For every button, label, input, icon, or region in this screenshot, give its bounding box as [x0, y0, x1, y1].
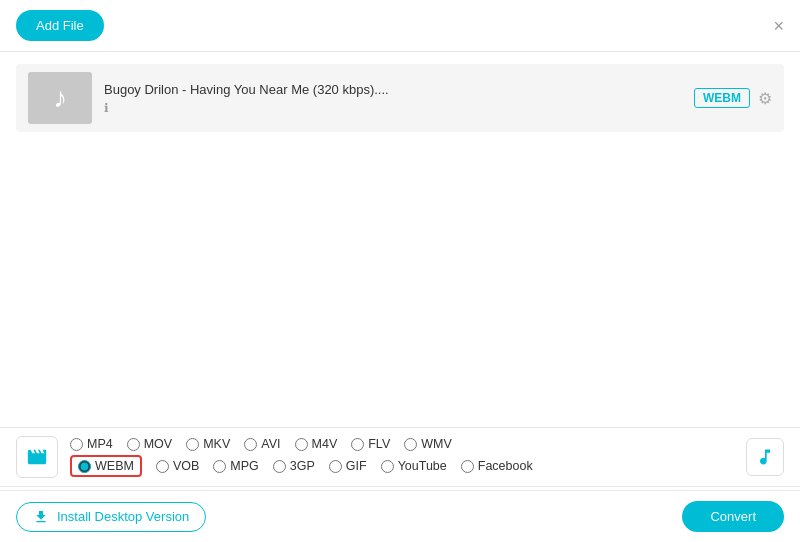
label-webm: WEBM [95, 459, 134, 473]
label-mpg: MPG [230, 459, 258, 473]
radio-mkv[interactable] [186, 438, 199, 451]
radio-3gp[interactable] [273, 460, 286, 473]
label-mp4: MP4 [87, 437, 113, 451]
file-thumbnail: ♪ [28, 72, 92, 124]
format-vob[interactable]: VOB [156, 459, 199, 473]
format-youtube[interactable]: YouTube [381, 459, 447, 473]
format-3gp[interactable]: 3GP [273, 459, 315, 473]
file-list: ♪ Bugoy Drilon - Having You Near Me (320… [0, 52, 800, 144]
format-mov[interactable]: MOV [127, 437, 172, 451]
file-name: Bugoy Drilon - Having You Near Me (320 k… [104, 82, 682, 97]
convert-button[interactable]: Convert [682, 501, 784, 532]
radio-vob[interactable] [156, 460, 169, 473]
file-item: ♪ Bugoy Drilon - Having You Near Me (320… [16, 64, 784, 132]
format-row-2: WEBM VOB MPG 3GP GIF YouTube [70, 455, 738, 477]
label-mkv: MKV [203, 437, 230, 451]
file-meta: ℹ [104, 101, 682, 115]
audio-format-icon-button[interactable] [746, 438, 784, 476]
format-flv[interactable]: FLV [351, 437, 390, 451]
top-bar: Add File × [0, 0, 800, 52]
settings-icon[interactable]: ⚙ [758, 89, 772, 108]
label-flv: FLV [368, 437, 390, 451]
radio-mov[interactable] [127, 438, 140, 451]
format-gif[interactable]: GIF [329, 459, 367, 473]
radio-mpg[interactable] [213, 460, 226, 473]
format-wmv[interactable]: WMV [404, 437, 452, 451]
video-format-icon-button[interactable] [16, 436, 58, 478]
download-icon [33, 509, 49, 525]
format-mp4[interactable]: MP4 [70, 437, 113, 451]
format-avi[interactable]: AVI [244, 437, 280, 451]
label-wmv: WMV [421, 437, 452, 451]
install-desktop-button[interactable]: Install Desktop Version [16, 502, 206, 532]
format-mpg[interactable]: MPG [213, 459, 258, 473]
radio-webm[interactable] [78, 460, 91, 473]
format-mkv[interactable]: MKV [186, 437, 230, 451]
webm-selected-box: WEBM [70, 455, 142, 477]
label-facebook: Facebook [478, 459, 533, 473]
file-info: Bugoy Drilon - Having You Near Me (320 k… [104, 82, 682, 115]
music-note-icon: ♪ [53, 82, 67, 114]
label-mov: MOV [144, 437, 172, 451]
radio-mp4[interactable] [70, 438, 83, 451]
file-actions: WEBM ⚙ [694, 88, 772, 108]
format-facebook[interactable]: Facebook [461, 459, 533, 473]
radio-m4v[interactable] [295, 438, 308, 451]
add-file-button[interactable]: Add File [16, 10, 104, 41]
format-row-1: MP4 MOV MKV AVI M4V FLV [70, 437, 738, 451]
info-icon: ℹ [104, 101, 109, 115]
radio-wmv[interactable] [404, 438, 417, 451]
label-avi: AVI [261, 437, 280, 451]
radio-youtube[interactable] [381, 460, 394, 473]
format-webm[interactable]: WEBM [70, 455, 142, 477]
music-icon [755, 447, 775, 467]
install-label: Install Desktop Version [57, 509, 189, 524]
format-m4v[interactable]: M4V [295, 437, 338, 451]
footer: Install Desktop Version Convert [0, 490, 800, 542]
label-youtube: YouTube [398, 459, 447, 473]
label-gif: GIF [346, 459, 367, 473]
label-m4v: M4V [312, 437, 338, 451]
radio-gif[interactable] [329, 460, 342, 473]
radio-flv[interactable] [351, 438, 364, 451]
film-icon [26, 446, 48, 468]
radio-avi[interactable] [244, 438, 257, 451]
format-bar: MP4 MOV MKV AVI M4V FLV [0, 427, 800, 487]
label-3gp: 3GP [290, 459, 315, 473]
close-button[interactable]: × [773, 17, 784, 35]
radio-facebook[interactable] [461, 460, 474, 473]
format-options: MP4 MOV MKV AVI M4V FLV [70, 437, 738, 477]
label-vob: VOB [173, 459, 199, 473]
format-badge[interactable]: WEBM [694, 88, 750, 108]
